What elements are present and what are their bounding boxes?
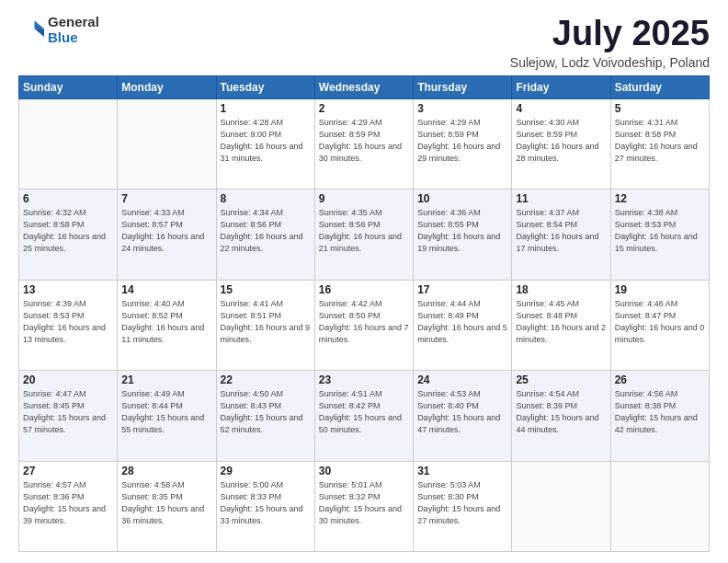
col-wednesday: Wednesday bbox=[314, 75, 413, 98]
day-number: 5 bbox=[615, 102, 705, 115]
day-info: Sunrise: 4:36 AM Sunset: 8:55 PM Dayligh… bbox=[417, 207, 507, 255]
day-number: 2 bbox=[319, 102, 409, 115]
col-thursday: Thursday bbox=[414, 75, 512, 98]
table-row: 24Sunrise: 4:53 AM Sunset: 8:40 PM Dayli… bbox=[414, 371, 512, 461]
logo: General Blue bbox=[18, 15, 99, 45]
day-info: Sunrise: 4:28 AM Sunset: 9:00 PM Dayligh… bbox=[221, 117, 311, 165]
day-number: 16 bbox=[319, 283, 409, 296]
day-number: 7 bbox=[121, 192, 211, 205]
day-info: Sunrise: 4:56 AM Sunset: 8:38 PM Dayligh… bbox=[615, 388, 705, 436]
table-row: 26Sunrise: 4:56 AM Sunset: 8:38 PM Dayli… bbox=[610, 371, 709, 461]
header: General Blue July 2025 Sulejow, Lodz Voi… bbox=[18, 15, 710, 70]
day-number: 15 bbox=[221, 283, 311, 296]
table-row: 14Sunrise: 4:40 AM Sunset: 8:52 PM Dayli… bbox=[118, 280, 216, 370]
day-info: Sunrise: 4:53 AM Sunset: 8:40 PM Dayligh… bbox=[417, 388, 507, 436]
logo-blue-text: Blue bbox=[48, 30, 99, 46]
day-number: 11 bbox=[516, 192, 606, 205]
day-number: 21 bbox=[121, 373, 211, 386]
day-number: 31 bbox=[417, 465, 507, 477]
day-number: 10 bbox=[417, 192, 507, 205]
table-row bbox=[610, 461, 709, 551]
table-row: 29Sunrise: 5:00 AM Sunset: 8:33 PM Dayli… bbox=[216, 461, 314, 551]
day-info: Sunrise: 4:50 AM Sunset: 8:43 PM Dayligh… bbox=[221, 388, 311, 436]
col-tuesday: Tuesday bbox=[216, 75, 314, 98]
day-info: Sunrise: 4:33 AM Sunset: 8:57 PM Dayligh… bbox=[121, 207, 211, 255]
day-number: 23 bbox=[319, 373, 409, 386]
day-number: 8 bbox=[221, 192, 311, 205]
table-row: 20Sunrise: 4:47 AM Sunset: 8:45 PM Dayli… bbox=[19, 371, 118, 461]
day-info: Sunrise: 4:54 AM Sunset: 8:39 PM Dayligh… bbox=[516, 388, 606, 436]
table-row: 17Sunrise: 4:44 AM Sunset: 8:49 PM Dayli… bbox=[414, 280, 512, 370]
day-number: 20 bbox=[23, 373, 113, 386]
col-sunday: Sunday bbox=[19, 75, 118, 98]
day-number: 22 bbox=[221, 373, 311, 386]
page: General Blue July 2025 Sulejow, Lodz Voi… bbox=[0, 0, 728, 563]
table-row: 3Sunrise: 4:29 AM Sunset: 8:59 PM Daylig… bbox=[414, 98, 512, 189]
day-number: 19 bbox=[615, 283, 705, 296]
day-number: 18 bbox=[516, 283, 606, 296]
table-row: 31Sunrise: 5:03 AM Sunset: 8:30 PM Dayli… bbox=[414, 461, 512, 551]
day-info: Sunrise: 4:38 AM Sunset: 8:53 PM Dayligh… bbox=[615, 207, 705, 255]
table-row: 15Sunrise: 4:41 AM Sunset: 8:51 PM Dayli… bbox=[216, 280, 314, 370]
table-row: 1Sunrise: 4:28 AM Sunset: 9:00 PM Daylig… bbox=[216, 98, 314, 189]
day-info: Sunrise: 5:00 AM Sunset: 8:33 PM Dayligh… bbox=[221, 479, 311, 527]
svg-marker-1 bbox=[35, 29, 45, 37]
table-row bbox=[118, 98, 216, 189]
table-row: 6Sunrise: 4:32 AM Sunset: 8:58 PM Daylig… bbox=[19, 190, 118, 280]
table-row: 16Sunrise: 4:42 AM Sunset: 8:50 PM Dayli… bbox=[314, 280, 413, 370]
day-info: Sunrise: 5:03 AM Sunset: 8:30 PM Dayligh… bbox=[417, 479, 507, 527]
day-info: Sunrise: 4:46 AM Sunset: 8:47 PM Dayligh… bbox=[615, 298, 705, 346]
day-info: Sunrise: 4:32 AM Sunset: 8:58 PM Dayligh… bbox=[23, 207, 113, 255]
table-row: 10Sunrise: 4:36 AM Sunset: 8:55 PM Dayli… bbox=[414, 190, 512, 280]
day-number: 3 bbox=[417, 102, 507, 115]
day-info: Sunrise: 4:29 AM Sunset: 8:59 PM Dayligh… bbox=[417, 117, 507, 165]
day-info: Sunrise: 4:45 AM Sunset: 8:48 PM Dayligh… bbox=[516, 298, 606, 346]
calendar-week-row: 20Sunrise: 4:47 AM Sunset: 8:45 PM Dayli… bbox=[19, 371, 710, 461]
svg-marker-0 bbox=[35, 20, 45, 29]
table-row: 12Sunrise: 4:38 AM Sunset: 8:53 PM Dayli… bbox=[610, 190, 709, 280]
day-number: 28 bbox=[121, 465, 211, 477]
table-row: 19Sunrise: 4:46 AM Sunset: 8:47 PM Dayli… bbox=[610, 280, 709, 370]
day-number: 14 bbox=[121, 283, 211, 296]
day-number: 1 bbox=[221, 102, 311, 115]
day-info: Sunrise: 4:39 AM Sunset: 8:53 PM Dayligh… bbox=[23, 298, 113, 346]
table-row: 28Sunrise: 4:58 AM Sunset: 8:35 PM Dayli… bbox=[118, 461, 216, 551]
table-row: 8Sunrise: 4:34 AM Sunset: 8:56 PM Daylig… bbox=[216, 190, 314, 280]
day-info: Sunrise: 4:31 AM Sunset: 8:58 PM Dayligh… bbox=[615, 117, 705, 165]
day-number: 13 bbox=[23, 283, 113, 296]
table-row: 18Sunrise: 4:45 AM Sunset: 8:48 PM Dayli… bbox=[512, 280, 610, 370]
day-info: Sunrise: 4:51 AM Sunset: 8:42 PM Dayligh… bbox=[319, 388, 409, 436]
day-info: Sunrise: 4:42 AM Sunset: 8:50 PM Dayligh… bbox=[319, 298, 409, 346]
table-row: 25Sunrise: 4:54 AM Sunset: 8:39 PM Dayli… bbox=[512, 371, 610, 461]
day-number: 4 bbox=[516, 102, 606, 115]
day-number: 26 bbox=[615, 373, 705, 386]
table-row: 4Sunrise: 4:30 AM Sunset: 8:59 PM Daylig… bbox=[512, 98, 610, 189]
table-row: 27Sunrise: 4:57 AM Sunset: 8:36 PM Dayli… bbox=[19, 461, 118, 551]
day-info: Sunrise: 5:01 AM Sunset: 8:32 PM Dayligh… bbox=[319, 479, 409, 527]
day-info: Sunrise: 4:29 AM Sunset: 8:59 PM Dayligh… bbox=[319, 117, 409, 165]
table-row: 9Sunrise: 4:35 AM Sunset: 8:56 PM Daylig… bbox=[314, 190, 413, 280]
day-number: 30 bbox=[319, 465, 409, 477]
day-info: Sunrise: 4:34 AM Sunset: 8:56 PM Dayligh… bbox=[221, 207, 311, 255]
day-info: Sunrise: 4:49 AM Sunset: 8:44 PM Dayligh… bbox=[121, 388, 211, 436]
calendar-week-row: 13Sunrise: 4:39 AM Sunset: 8:53 PM Dayli… bbox=[19, 280, 710, 370]
day-number: 24 bbox=[417, 373, 507, 386]
title-month: July 2025 bbox=[510, 15, 710, 53]
day-info: Sunrise: 4:44 AM Sunset: 8:49 PM Dayligh… bbox=[417, 298, 507, 346]
calendar-week-row: 6Sunrise: 4:32 AM Sunset: 8:58 PM Daylig… bbox=[19, 190, 710, 280]
table-row: 23Sunrise: 4:51 AM Sunset: 8:42 PM Dayli… bbox=[314, 371, 413, 461]
table-row: 21Sunrise: 4:49 AM Sunset: 8:44 PM Dayli… bbox=[118, 371, 216, 461]
day-info: Sunrise: 4:47 AM Sunset: 8:45 PM Dayligh… bbox=[23, 388, 113, 436]
calendar-header-row: Sunday Monday Tuesday Wednesday Thursday… bbox=[19, 75, 710, 98]
day-info: Sunrise: 4:58 AM Sunset: 8:35 PM Dayligh… bbox=[121, 479, 211, 527]
day-number: 12 bbox=[615, 192, 705, 205]
table-row: 5Sunrise: 4:31 AM Sunset: 8:58 PM Daylig… bbox=[610, 98, 709, 189]
day-info: Sunrise: 4:41 AM Sunset: 8:51 PM Dayligh… bbox=[221, 298, 311, 346]
calendar-table: Sunday Monday Tuesday Wednesday Thursday… bbox=[18, 75, 710, 552]
table-row: 11Sunrise: 4:37 AM Sunset: 8:54 PM Dayli… bbox=[512, 190, 610, 280]
day-number: 9 bbox=[319, 192, 409, 205]
table-row bbox=[512, 461, 610, 551]
calendar-week-row: 1Sunrise: 4:28 AM Sunset: 9:00 PM Daylig… bbox=[19, 98, 710, 189]
table-row: 22Sunrise: 4:50 AM Sunset: 8:43 PM Dayli… bbox=[216, 371, 314, 461]
day-number: 6 bbox=[23, 192, 113, 205]
